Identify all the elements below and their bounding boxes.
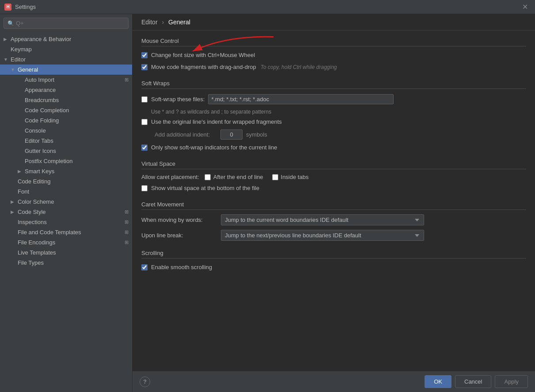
soft-wrap-files-row: Soft-wrap these files: [141,93,526,105]
sidebar-tree: ▶ Appearance & Behavior Keymap ▼ Editor … [0,32,132,392]
apply-button[interactable]: Apply [495,375,528,388]
move-code-row: Move code fragments with drag-and-drop T… [141,63,526,71]
enable-smooth-label[interactable]: Enable smooth scrolling [141,264,212,270]
window-title: Settings [15,4,520,10]
sidebar-item-color-scheme[interactable]: ▶ Color Scheme [0,197,132,207]
use-original-indent-row: Use the original line's indent for wrapp… [141,118,526,126]
enable-smooth-checkbox[interactable] [141,264,148,270]
arrow-icon: ▶ [11,199,18,204]
show-virtual-row: Show virtual space at the bottom of the … [141,184,526,192]
sidebar-item-appearance-behavior[interactable]: ▶ Appearance & Behavior [0,34,132,44]
sidebar-item-live-templates[interactable]: Live Templates [0,247,132,258]
caret-movement-title: Caret Movement [141,201,526,210]
sidebar-item-gutter-icons[interactable]: Gutter Icons [0,146,132,156]
caret-movement-section: Caret Movement When moving by words: Jum… [141,201,526,241]
show-virtual-checkbox[interactable] [141,185,148,191]
sidebar-item-auto-import[interactable]: Auto Import ⊞ [0,75,132,85]
enable-smooth-row: Enable smooth scrolling [141,263,526,271]
breadcrumb-parent: Editor [141,19,158,26]
sidebar-item-code-style[interactable]: ▶ Code Style ⊞ [0,207,132,217]
allow-caret-label: Allow caret placement: [141,174,199,180]
sidebar-item-postfix-completion[interactable]: Postfix Completion [0,156,132,166]
soft-wraps-title: Soft Wraps [141,80,526,89]
scrolling-section: Scrolling Enable smooth scrolling [141,250,526,271]
use-original-indent-label[interactable]: Use the original line's indent for wrapp… [141,118,282,125]
arrow-icon: ▼ [4,57,11,62]
sidebar-item-file-types[interactable]: File Types [0,258,132,268]
when-moving-dropdown[interactable]: Jump to the current word boundaries IDE … [221,214,424,225]
inside-tabs-option[interactable]: Inside tabs [272,174,309,180]
use-original-indent-checkbox[interactable] [141,119,148,125]
badge-icon: ⊞ [125,229,129,235]
inside-tabs-checkbox[interactable] [272,174,278,180]
breadcrumb: Editor › General [133,14,535,30]
change-font-row-container: Change font size with Ctrl+Mouse Wheel [141,51,526,59]
badge-icon: ⊞ [125,219,129,225]
sidebar-item-editor-tabs[interactable]: Editor Tabs [0,136,132,146]
app-icon: H [4,4,11,11]
change-font-row: Change font size with Ctrl+Mouse Wheel [141,51,526,59]
show-virtual-label[interactable]: Show virtual space at the bottom of the … [141,185,259,191]
sidebar-item-file-code-templates[interactable]: File and Code Templates ⊞ [0,227,132,237]
only-show-row: Only show soft-wrap indicators for the c… [141,143,526,152]
move-code-checkbox[interactable] [141,64,148,70]
sidebar-item-smart-keys[interactable]: ▶ Smart Keys [0,166,132,176]
sidebar-item-file-encodings[interactable]: File Encodings ⊞ [0,237,132,247]
breadcrumb-current: General [168,19,190,26]
soft-wrap-files-input[interactable] [208,94,394,104]
help-button[interactable]: ? [140,377,150,387]
add-indent-input[interactable] [220,129,243,140]
arrow-icon: ▶ [4,37,11,42]
allow-caret-row: Allow caret placement: After the end of … [141,174,526,180]
search-icon: 🔍 [8,20,14,27]
sidebar-item-appearance[interactable]: Appearance [0,85,132,95]
sidebar-item-inspections[interactable]: Inspections ⊞ [0,217,132,227]
main-content: 🔍 ▶ Appearance & Behavior Keymap ▼ Edito… [0,14,535,392]
after-end-checkbox[interactable] [205,174,211,180]
search-box[interactable]: 🔍 [4,18,129,29]
sidebar-item-breadcrumbs[interactable]: Breadcrumbs [0,95,132,105]
scrolling-title: Scrolling [141,250,526,259]
arrow-icon: ▶ [18,169,25,174]
change-font-label[interactable]: Change font size with Ctrl+Mouse Wheel [141,52,255,58]
badge-icon: ⊞ [125,209,129,215]
soft-wrap-checkbox[interactable] [141,96,148,103]
soft-wrap-label[interactable]: Soft-wrap these files: [141,96,208,103]
mouse-control-title: Mouse Control [141,38,526,46]
only-show-label[interactable]: Only show soft-wrap indicators for the c… [141,144,277,151]
breadcrumb-separator: › [162,19,164,26]
sidebar-item-editor[interactable]: ▼ Editor [0,54,132,65]
move-code-hint: To copy, hold Ctrl while dragging [261,64,337,70]
cancel-button[interactable]: Cancel [455,375,491,388]
when-moving-label: When moving by words: [141,217,221,223]
move-code-label[interactable]: Move code fragments with drag-and-drop [141,64,256,70]
settings-panel: Mouse Control Change [133,30,535,371]
sidebar: 🔍 ▶ Appearance & Behavior Keymap ▼ Edito… [0,14,133,392]
when-moving-row: When moving by words: Jump to the curren… [141,214,526,225]
close-button[interactable]: ✕ [520,2,531,12]
badge-icon: ⊞ [125,240,129,245]
only-show-checkbox[interactable] [141,145,148,151]
sidebar-item-general[interactable]: ▼ General [0,65,132,75]
sidebar-item-console[interactable]: Console [0,126,132,136]
add-indent-row: Add additional indent: symbols [141,129,526,140]
sidebar-item-keymap[interactable]: Keymap [0,44,132,54]
sidebar-item-code-completion[interactable]: Code Completion [0,105,132,115]
soft-wrap-hint: Use * and ? as wildcards and ; to separa… [141,109,526,115]
sidebar-item-code-editing[interactable]: Code Editing [0,176,132,186]
after-end-option[interactable]: After the end of line [205,174,263,180]
change-font-checkbox[interactable] [141,52,148,58]
bottom-bar: ? OK Cancel Apply [133,371,535,392]
content-area: Editor › General Mouse Control [133,14,535,392]
sidebar-item-code-folding[interactable]: Code Folding [0,115,132,126]
upon-line-break-dropdown[interactable]: Jump to the next/previous line boundarie… [221,230,424,241]
virtual-space-section: Virtual Space Allow caret placement: Aft… [141,160,526,192]
mouse-control-section: Mouse Control Change [141,38,526,71]
search-input[interactable] [16,20,125,27]
ok-button[interactable]: OK [425,375,452,388]
virtual-space-title: Virtual Space [141,160,526,169]
soft-wraps-section: Soft Wraps Soft-wrap these files: Use * … [141,80,526,152]
arrow-icon: ▶ [11,209,18,214]
sidebar-item-font[interactable]: Font [0,186,132,197]
upon-line-break-row: Upon line break: Jump to the next/previo… [141,230,526,241]
